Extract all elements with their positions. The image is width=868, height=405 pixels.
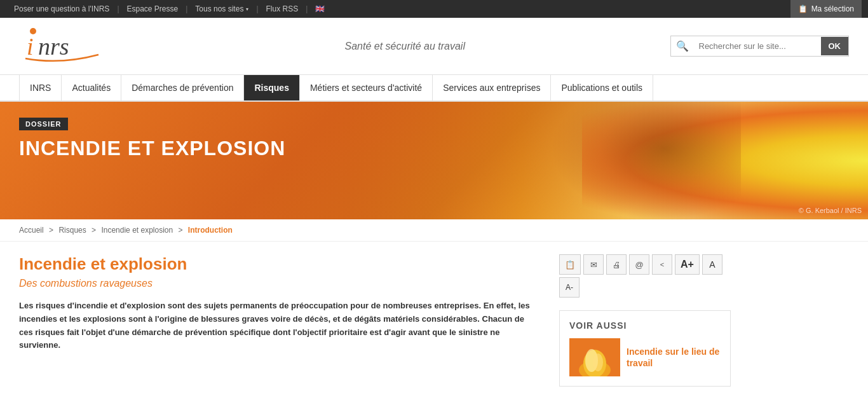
site-header: i nrs Santé et sécurité au travail 🔍 OK [0,18,868,75]
rss-link[interactable]: Flux RSS [259,4,306,13]
press-link[interactable]: Espace Presse [119,4,186,13]
breadcrumb-risques[interactable]: Risques [58,226,86,235]
hero-credit: © G. Kerbaol / INRS [799,207,862,214]
sidebar: 📋 ✉ 🖨 @ < A+ A A- [559,254,731,387]
print-icon: 🖨 [613,260,621,270]
selection-clipboard-icon: 📋 [798,4,808,13]
increase-font-icon: A+ [681,259,694,270]
nav-item-actualites[interactable]: Actualités [62,75,121,100]
logo-svg: i nrs [19,28,102,63]
search-input[interactable] [694,38,821,55]
top-bar: Poser une question à l'INRS | Espace Pre… [0,0,868,18]
fire-thumbnail [569,338,620,376]
breadcrumb-incendie[interactable]: Incendie et explosion [101,226,173,235]
email-button[interactable]: ✉ [583,254,604,275]
article-subtitle: Des combustions ravageuses [19,278,540,289]
nav-item-publications[interactable]: Publications et outils [551,75,653,100]
article-body: Les risques d'incendie et d'explosion so… [19,299,540,352]
permalink-icon: @ [635,260,643,270]
voir-aussi-image [569,338,620,376]
nav-item-demarches[interactable]: Démarches de prévention [121,75,244,100]
main-area: Incendie et explosion Des combustions ra… [0,242,868,399]
hero-badge: DOSSIER [19,118,68,130]
add-selection-icon: 📋 [565,260,575,270]
decrease-font-icon: A- [566,283,573,292]
voir-aussi-label[interactable]: Incendie sur le lieu de travail [627,346,721,369]
inrs-logo[interactable]: i nrs [19,28,102,65]
article-title: Incendie et explosion [19,254,540,274]
search-area: 🔍 OK [670,36,850,57]
main-nav: INRS Actualités Démarches de prévention … [0,75,868,102]
voir-aussi-card[interactable]: Incendie sur le lieu de travail [569,338,721,376]
svg-point-7 [593,354,603,371]
breadcrumb: Accueil > Risques > Incendie et explosio… [0,219,868,242]
svg-text:nrs: nrs [38,33,69,60]
voir-aussi-title: VOIR AUSSI [569,320,721,331]
increase-font-button[interactable]: A+ [675,254,700,275]
nav-item-risques[interactable]: Risques [244,75,299,100]
ma-selection-button[interactable]: 📋 Ma sélection [790,0,862,18]
article: Incendie et explosion Des combustions ra… [19,254,540,387]
share-icon: < [660,261,664,268]
search-icon: 🔍 [671,36,694,56]
all-sites-link[interactable]: Tous nos sites ▾ [187,4,256,13]
nav-item-metiers[interactable]: Métiers et secteurs d'activité [300,75,433,100]
hero-banner: DOSSIER INCENDIE ET EXPLOSION © G. Kerba… [0,102,868,219]
nav-item-inrs[interactable]: INRS [19,75,62,100]
permalink-button[interactable]: @ [629,254,649,275]
breadcrumb-accueil[interactable]: Accueil [19,226,44,235]
article-paragraph: Les risques d'incendie et d'explosion so… [19,299,540,352]
top-bar-right: 📋 Ma sélection [790,0,862,18]
site-tagline: Santé et sécurité au travail [140,41,670,52]
hero-content: DOSSIER INCENDIE ET EXPLOSION [0,102,868,176]
normal-font-icon: A [709,259,715,270]
nav-item-services[interactable]: Services aux entreprises [433,75,551,100]
dropdown-arrow-icon: ▾ [246,6,248,12]
article-toolbar: 📋 ✉ 🖨 @ < A+ A A- [559,254,731,298]
print-button[interactable]: 🖨 [606,254,627,275]
share-button[interactable]: < [652,254,672,275]
email-icon: ✉ [590,260,597,270]
normal-font-button[interactable]: A [702,254,722,275]
add-selection-button[interactable]: 📋 [559,254,581,275]
breadcrumb-current: Introduction [188,226,233,235]
logo-area: i nrs [19,28,102,65]
flag-uk-icon[interactable]: 🇬🇧 [308,4,332,13]
top-bar-links: Poser une question à l'INRS | Espace Pre… [6,4,785,13]
ask-inrs-link[interactable]: Poser une question à l'INRS [6,4,117,13]
hero-title: INCENDIE ET EXPLOSION [19,137,849,160]
decrease-font-button[interactable]: A- [559,277,580,298]
voir-aussi-box: VOIR AUSSI Incendie sur le lieu de trava… [559,310,731,387]
svg-text:i: i [27,33,34,60]
search-ok-button[interactable]: OK [821,37,849,55]
